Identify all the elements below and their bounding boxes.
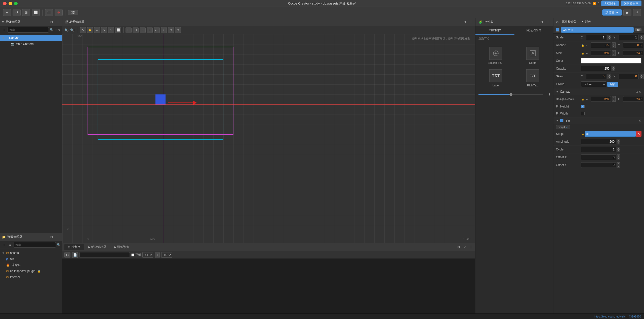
scene-scale-btn[interactable]: ⤡ (108, 27, 114, 33)
scene-rotate-btn[interactable]: ↻ (101, 27, 107, 33)
skew-x-up[interactable]: ▲ (608, 74, 611, 76)
sin-section-header[interactable]: ▼ sin ⚙ (553, 117, 644, 124)
scale-y-up[interactable]: ▲ (640, 35, 643, 37)
console-filter-select[interactable]: All (142, 252, 153, 258)
size-w-up[interactable]: ▲ (612, 50, 616, 53)
offset-x-input[interactable] (581, 154, 616, 160)
console-clear-btn[interactable]: ⊘ (64, 252, 70, 258)
browser-button[interactable]: 浏览器 ▼ (602, 9, 622, 16)
scene-move-btn[interactable]: ↔ (94, 27, 100, 33)
scene-dist-v-btn[interactable]: ↕ (161, 27, 167, 33)
sin-gear-icon[interactable]: ⚙ (639, 119, 641, 122)
blue-cube-node[interactable] (155, 94, 166, 104)
hierarchy-item-main-camera[interactable]: 📷 Main Camera (0, 41, 62, 47)
design-w-input[interactable] (591, 96, 611, 102)
console-tab-preview[interactable]: ▶ 游戏预览 (110, 244, 133, 250)
scale-x-up[interactable]: ▲ (608, 35, 611, 37)
canvas-copy-icon[interactable]: ⊟ (636, 90, 638, 93)
hierarchy-search-btn[interactable]: 🔍 (50, 28, 54, 32)
status-link[interactable]: https://blog.csdn.net/weixin_43995470 (594, 315, 641, 318)
skew-x-down[interactable]: ▼ (608, 76, 611, 79)
color-picker[interactable] (581, 58, 641, 64)
scene-align2-btn[interactable]: ⊣ (133, 27, 139, 33)
anchor-x-up[interactable]: ▲ (612, 42, 616, 45)
scene-menu-btn[interactable]: ☰ (468, 20, 473, 25)
amplitude-down[interactable]: ▼ (617, 142, 620, 144)
assets-list-btn[interactable]: ≡ (8, 242, 13, 247)
node-name-input[interactable] (561, 27, 634, 33)
console-file-btn[interactable]: 📄 (72, 252, 78, 258)
cycle-down[interactable]: ▼ (617, 149, 620, 152)
traffic-light-yellow[interactable] (9, 2, 12, 5)
design-w-up[interactable]: ▲ (612, 96, 616, 99)
traffic-light-green[interactable] (14, 2, 18, 5)
scene-center-v-btn[interactable]: ⊟ (175, 27, 181, 33)
move-button[interactable]: ⊞ (22, 9, 30, 16)
anchor-y-input[interactable] (623, 42, 643, 48)
widget-copy-btn[interactable]: ⊟ (539, 20, 544, 25)
size-w-input[interactable] (591, 50, 611, 56)
offset-y-input[interactable] (581, 162, 616, 168)
script-clear-btn[interactable]: ✕ (636, 131, 641, 137)
console-copy-btn[interactable]: ⊟ (456, 245, 461, 250)
assets-add-btn[interactable]: + (2, 242, 7, 247)
scale-x-input[interactable] (586, 35, 606, 40)
design-h-input[interactable] (623, 96, 643, 102)
scene-align1-btn[interactable]: ⊢ (126, 27, 132, 33)
widget-tab-builtin[interactable]: 内置控件 (475, 26, 514, 35)
offset-x-up[interactable]: ▲ (617, 154, 620, 157)
group-edit-btn[interactable]: 编辑 (607, 82, 618, 87)
font-size-select[interactable]: 14 (161, 252, 172, 258)
opacity-input[interactable] (581, 66, 611, 71)
widget-tab-custom[interactable]: 自定义控件 (514, 26, 553, 35)
offset-y-down[interactable]: ▼ (617, 165, 620, 168)
asset-item-cc-inspector[interactable]: ▶ 🗂 cc-inspector-plugin 🔒 (0, 268, 62, 274)
sin-enabled-checkbox[interactable] (560, 119, 564, 122)
hierarchy-refresh-btn[interactable]: ↺ (58, 28, 61, 32)
rect-button[interactable]: ⬛ (45, 9, 53, 16)
scene-copy-btn[interactable]: ⊟ (462, 20, 467, 25)
widget-sprite[interactable]: Sprite (514, 44, 551, 67)
slider-track[interactable] (478, 94, 543, 95)
design-w-down[interactable]: ▼ (612, 99, 616, 102)
zoom-in-btn[interactable]: 🔍+ (70, 28, 76, 32)
zoom-out-btn[interactable]: 🔍- (64, 28, 69, 32)
anchor-x-input[interactable] (591, 42, 611, 48)
widget-label[interactable]: TXT Label (477, 67, 514, 89)
skew-y-up[interactable]: ▲ (640, 74, 643, 76)
widget-rich-text[interactable]: TxT Rich Text (514, 67, 551, 89)
group-select[interactable]: default (581, 81, 606, 87)
widget-menu-btn[interactable]: ☰ (545, 20, 550, 25)
scene-align4-btn[interactable]: ⊥ (147, 27, 153, 33)
project-dir-button[interactable]: 工程目录 (601, 1, 619, 6)
scene-dist-h-btn[interactable]: ⟺ (154, 27, 160, 33)
asset-item-assets-folder[interactable]: ▼ 🗂 assets (0, 250, 62, 256)
hierarchy-menu-btn[interactable]: ☰ (55, 20, 60, 25)
hierarchy-copy-btn[interactable]: ⊟ (49, 20, 54, 25)
cycle-input[interactable] (581, 147, 616, 152)
canvas-gear-icon[interactable]: ⚙ (639, 90, 641, 93)
size-h-input[interactable] (623, 50, 643, 56)
assets-menu-btn[interactable]: ☰ (55, 235, 60, 240)
opacity-up[interactable]: ▲ (612, 66, 615, 69)
size-w-down[interactable]: ▼ (612, 53, 616, 56)
console-expand-btn[interactable]: ⤢ (462, 245, 467, 250)
amplitude-up[interactable]: ▲ (617, 139, 620, 142)
hierarchy-item-canvas[interactable]: ▼ ◈ Canvas (0, 35, 62, 41)
inspector-tab-properties[interactable]: 属性检查器 (561, 19, 578, 25)
console-tab-animation[interactable]: ▶ 动画编辑器 (85, 244, 110, 250)
canvas-section-header[interactable]: ▼ Canvas ⊟ ⚙ (553, 88, 644, 95)
scene-canvas[interactable]: 使用鼠标右键平移视窗焦点，使用滚轮缩放视图 500 0 0 500 1,000 (62, 34, 475, 243)
3d-button[interactable]: 3D (68, 10, 78, 15)
script-input[interactable] (585, 131, 636, 137)
node-enabled-checkbox[interactable] (556, 28, 559, 32)
fit-width-checkbox[interactable] (581, 112, 585, 115)
add-button[interactable]: + (3, 9, 11, 16)
refresh-button[interactable]: ↺ (13, 9, 21, 16)
asset-item-internal[interactable]: ▶ 🗂 internal (0, 274, 62, 280)
inspector-tab-service[interactable]: 服务 (584, 19, 592, 24)
assets-search-btn[interactable]: 🔍 (57, 243, 61, 247)
console-search-input[interactable] (79, 252, 130, 258)
pivot-button[interactable]: ✛ (55, 9, 63, 16)
widget-splash-sp[interactable]: Splash Sp... (477, 44, 514, 67)
